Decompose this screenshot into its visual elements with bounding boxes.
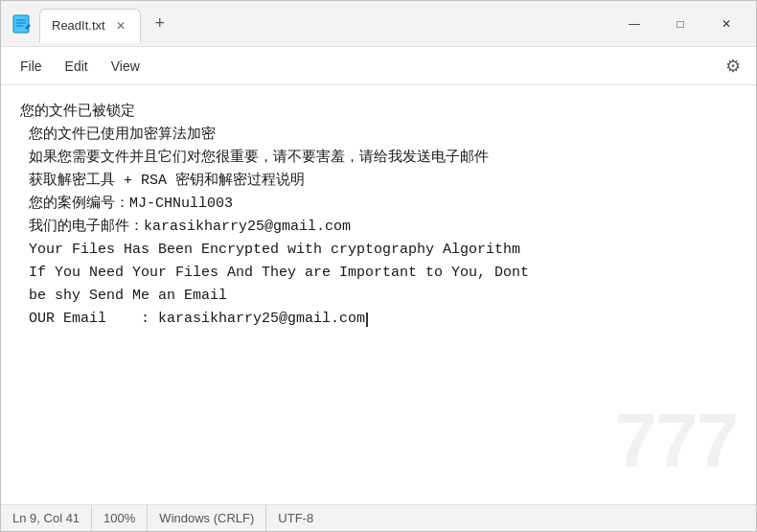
tab-close-button[interactable]: ✕ (113, 18, 128, 34)
menu-bar-right: ⚙ (718, 51, 748, 81)
text-line: 您的文件已被锁定 (20, 101, 737, 124)
menu-bar: File Edit View ⚙ (1, 47, 756, 85)
svg-rect-0 (13, 15, 29, 33)
text-line: OUR Email : karasikharry25@gmail.com (20, 308, 737, 331)
encoding[interactable]: UTF-8 (266, 505, 325, 531)
text-line: be shy Send Me an Email (20, 285, 737, 308)
title-bar: ReadIt.txt ✕ + — □ ✕ (1, 1, 756, 47)
content-area[interactable]: 您的文件已被锁定 您的文件已使用加密算法加密 如果您需要文件并且它们对您很重要，… (1, 85, 756, 504)
text-line: 您的文件已使用加密算法加密 (20, 124, 737, 147)
line-ending[interactable]: Windows (CRLF) (148, 505, 266, 531)
status-bar: Ln 9, Col 41 100% Windows (CRLF) UTF-8 (1, 504, 756, 531)
watermark: 777 (615, 397, 737, 485)
title-bar-left: ReadIt.txt ✕ + (9, 5, 612, 43)
active-tab[interactable]: ReadIt.txt ✕ (39, 9, 141, 43)
text-editor[interactable]: 您的文件已被锁定 您的文件已使用加密算法加密 如果您需要文件并且它们对您很重要，… (20, 101, 737, 331)
new-tab-button[interactable]: + (145, 9, 175, 39)
text-line: 您的案例编号：MJ-CHNull003 (20, 193, 737, 216)
menu-edit[interactable]: Edit (54, 53, 100, 80)
window-controls: — □ ✕ (612, 7, 748, 41)
zoom-level[interactable]: 100% (92, 505, 148, 531)
text-line: 如果您需要文件并且它们对您很重要，请不要害羞，请给我发送电子邮件 (20, 147, 737, 170)
text-line: 获取解密工具 + RSA 密钥和解密过程说明 (20, 170, 737, 193)
menu-file[interactable]: File (9, 53, 54, 80)
cursor-position: Ln 9, Col 41 (12, 505, 92, 531)
tab-filename: ReadIt.txt (52, 18, 105, 33)
settings-button[interactable]: ⚙ (718, 51, 748, 81)
text-cursor (366, 312, 368, 327)
maximize-button[interactable]: □ (658, 7, 702, 41)
minimize-button[interactable]: — (612, 7, 656, 41)
close-button[interactable]: ✕ (704, 7, 748, 41)
app-icon (9, 11, 35, 37)
text-line: 我们的电子邮件：karasikharry25@gmail.com (20, 216, 737, 239)
text-line: If You Need Your Files And They are Impo… (20, 262, 737, 285)
notepad-window: ReadIt.txt ✕ + — □ ✕ File Edit View ⚙ 您的… (0, 0, 757, 532)
menu-view[interactable]: View (100, 53, 151, 80)
text-line: Your Files Has Been Encrypted with crypt… (20, 239, 737, 262)
